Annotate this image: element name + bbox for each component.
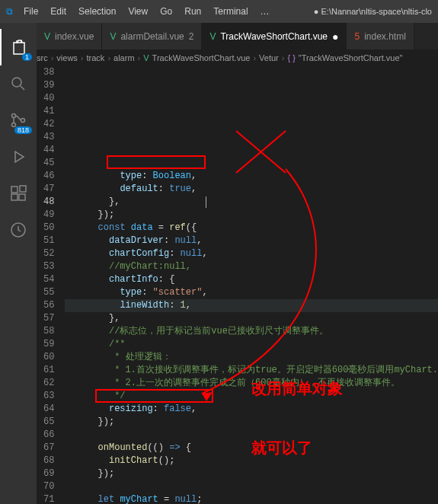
- tab-index-html[interactable]: 5index.html: [347, 23, 414, 49]
- svg-point-0: [12, 78, 21, 87]
- menu-file[interactable]: File: [18, 6, 44, 17]
- activity-timeline[interactable]: [0, 212, 37, 248]
- tab-index-vue[interactable]: Vindex.vue: [37, 23, 102, 49]
- svg-point-3: [21, 119, 25, 123]
- scm-badge: 818: [14, 126, 32, 134]
- menu-terminal[interactable]: Terminal: [207, 6, 254, 17]
- vue-icon: V: [110, 31, 116, 42]
- modified-dot: ●: [332, 30, 338, 43]
- tab-trackwave[interactable]: VTrackWaveShortChart.vue ●: [202, 23, 347, 49]
- svg-rect-4: [11, 187, 18, 193]
- activity-scm[interactable]: 818: [0, 102, 37, 139]
- activity-search[interactable]: [0, 65, 37, 102]
- code-area[interactable]: 改用简单对象 就可以了 type: Boolean, default: true…: [65, 66, 438, 504]
- menu-view[interactable]: View: [122, 6, 154, 17]
- vue-icon: V: [209, 31, 216, 42]
- activity-extensions[interactable]: [0, 175, 37, 212]
- text-cursor: [206, 196, 206, 208]
- activity-bar: 1 818: [0, 23, 37, 504]
- activity-explorer[interactable]: 1: [0, 29, 37, 65]
- line-gutter: 3839404142434445464748495051525354555657…: [37, 66, 65, 504]
- svg-point-2: [12, 123, 16, 127]
- menu-more[interactable]: …: [254, 6, 276, 17]
- activity-debug[interactable]: [0, 139, 37, 175]
- html-icon: 5: [354, 31, 360, 42]
- svg-rect-6: [19, 194, 25, 200]
- svg-rect-5: [11, 194, 18, 200]
- explorer-badge: 1: [22, 53, 32, 61]
- tab-bar: Vindex.vue ValarmDetail.vue 2 VTrackWave…: [0, 23, 438, 49]
- menu-selection[interactable]: Selection: [72, 6, 122, 17]
- menu-run[interactable]: Run: [178, 6, 207, 17]
- menu-edit[interactable]: Edit: [44, 6, 72, 17]
- svg-rect-7: [20, 186, 26, 192]
- tab-alarmdetail[interactable]: ValarmDetail.vue 2: [102, 23, 202, 49]
- vscode-icon: ⧉: [6, 6, 13, 17]
- menu-go[interactable]: Go: [154, 6, 178, 17]
- annotation-box-1: [107, 155, 206, 169]
- editor[interactable]: 3839404142434445464748495051525354555657…: [37, 66, 438, 504]
- project-path: ● E:\Nannar\nltis-space\nltis-clo: [314, 7, 432, 16]
- svg-point-1: [12, 114, 16, 118]
- breadcrumb[interactable]: src› views› track› alarm› V TrackWaveSho…: [0, 49, 438, 66]
- titlebar: ⧉ File Edit Selection View Go Run Termin…: [0, 0, 438, 23]
- vue-icon: V: [44, 31, 50, 42]
